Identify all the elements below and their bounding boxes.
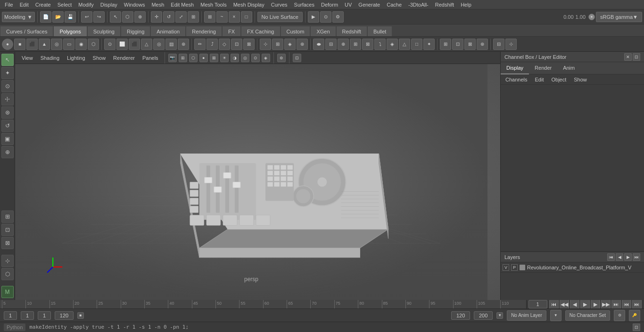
lighting-menu[interactable]: Lighting: [64, 54, 88, 62]
target-weld-button[interactable]: ◈: [284, 39, 296, 50]
select-mode-button[interactable]: ↖: [1, 54, 14, 66]
poly-cube2-button[interactable]: ⬜: [116, 39, 128, 50]
connect-button[interactable]: ⊞: [272, 39, 283, 50]
cb-show-menu[interactable]: Show: [571, 76, 590, 83]
multicut-button[interactable]: ⊹: [260, 39, 271, 50]
open-file-button[interactable]: 📂: [52, 11, 64, 23]
lattice-button[interactable]: ⊠: [1, 237, 14, 249]
snap-point-button[interactable]: ×: [229, 11, 240, 23]
uvunfold-button[interactable]: ⊛: [477, 39, 488, 50]
tl-next-button[interactable]: ▶▶: [601, 300, 611, 308]
vp-texture-button[interactable]: ⊠: [210, 54, 218, 62]
menu-mesh-display[interactable]: Mesh Display: [231, 1, 267, 8]
grab-button[interactable]: ☩: [1, 93, 14, 105]
menu-edit[interactable]: Edit: [17, 1, 32, 8]
cb-tab-anim[interactable]: Anim: [557, 62, 580, 74]
layer-visibility-button[interactable]: V: [503, 264, 509, 271]
poly-plane2-button[interactable]: ▤: [165, 39, 177, 50]
layer-prev-button[interactable]: ◀: [616, 253, 623, 261]
redo-button[interactable]: ↪: [93, 11, 105, 23]
tl-end-button[interactable]: ⏭: [632, 300, 642, 308]
vp-aa-button[interactable]: ◈: [262, 54, 270, 62]
tl-next-next-button[interactable]: ⏭: [611, 300, 621, 308]
tab-bullet[interactable]: Bullet: [367, 26, 393, 36]
view-menu[interactable]: View: [19, 54, 36, 62]
menu-uv[interactable]: UV: [342, 1, 355, 8]
undo-button[interactable]: ↩: [81, 11, 92, 23]
playback-end-field[interactable]: 200: [474, 311, 493, 320]
uv-left-button[interactable]: ⊹: [1, 255, 14, 267]
menu-mesh[interactable]: Mesh: [149, 1, 167, 8]
poly-disc2-button[interactable]: ⊛: [178, 39, 189, 50]
rotate-left-button[interactable]: ↺: [1, 120, 14, 132]
cb-channels-menu[interactable]: Channels: [503, 76, 530, 83]
tab-custom[interactable]: Custom: [281, 26, 311, 36]
sphere-button[interactable]: ●: [2, 39, 13, 50]
separate-button[interactable]: ⊠: [362, 39, 373, 50]
pencil-button[interactable]: ✏: [194, 39, 206, 50]
tab-sculpting[interactable]: Sculpting: [87, 26, 121, 36]
vp-wireframe-button[interactable]: ⬡: [189, 54, 198, 62]
tab-fx-caching[interactable]: FX Caching: [241, 26, 280, 36]
timeline-ruler[interactable]: 5 10 15 20 25 30 35 40 45 50 55 60 65 70…: [0, 300, 644, 308]
start-frame-field[interactable]: 1: [4, 311, 17, 320]
uvset-button[interactable]: ⊡: [452, 39, 463, 50]
menu-surfaces[interactable]: Surfaces: [291, 1, 317, 8]
poly-cone2-button[interactable]: △: [141, 39, 152, 50]
smooth-button[interactable]: ⬬: [313, 39, 324, 50]
tab-curves-surfaces[interactable]: Curves / Surfaces: [0, 26, 53, 36]
shading-menu[interactable]: Shading: [38, 54, 62, 62]
snap-surface-button[interactable]: □: [241, 11, 252, 23]
ipr-button[interactable]: ⊙: [320, 11, 331, 23]
menu-help[interactable]: Help: [458, 1, 474, 8]
menu-mesh-tools[interactable]: Mesh Tools: [198, 1, 229, 8]
disc-button[interactable]: ◉: [75, 39, 87, 50]
menu-3dtall[interactable]: -3DtoAll-: [405, 1, 431, 8]
tl-forward-button[interactable]: ▶: [591, 300, 600, 308]
char-set-settings-button[interactable]: ⚙: [614, 310, 625, 321]
menu-select[interactable]: Select: [55, 1, 75, 8]
cb-tab-render[interactable]: Render: [529, 62, 557, 74]
poly-torus2-button[interactable]: ◎: [153, 39, 165, 50]
save-file-button[interactable]: 💾: [65, 11, 76, 23]
start-frame2-field[interactable]: 1: [21, 311, 34, 320]
select-tool-button[interactable]: ↖: [110, 11, 121, 23]
sculpt-button[interactable]: ⊙: [1, 80, 14, 92]
char-set-key-button[interactable]: 🔑: [629, 310, 640, 321]
extrude-button[interactable]: ⤴: [206, 39, 218, 50]
menu-deform[interactable]: Deform: [318, 1, 341, 8]
end-frame-field[interactable]: 120: [55, 311, 74, 320]
cylinder-button[interactable]: ⬛: [26, 39, 38, 50]
paint-button[interactable]: ✦: [1, 67, 14, 79]
char-set-button[interactable]: No Character Set: [565, 310, 610, 321]
menu-windows[interactable]: Windows: [121, 1, 148, 8]
vp-ao-button[interactable]: ◎: [241, 54, 249, 62]
frame-display-field[interactable]: 1: [38, 311, 51, 320]
render-button[interactable]: ▶: [308, 11, 319, 23]
menu-redshift[interactable]: Redshift: [432, 1, 457, 8]
menu-modify[interactable]: Modify: [75, 1, 96, 8]
cb-object-menu[interactable]: Object: [548, 76, 569, 83]
current-frame-input[interactable]: 1: [528, 300, 547, 308]
vp-grid-button[interactable]: ⊞: [179, 54, 187, 62]
layer-color-swatch[interactable]: [520, 265, 525, 270]
playback-start-field[interactable]: 120: [451, 311, 470, 320]
anim-layer-chevron[interactable]: ▼: [550, 310, 561, 321]
workspace-dropdown[interactable]: Modeling ▼: [2, 12, 35, 22]
menu-cache[interactable]: Cache: [384, 1, 405, 8]
layer-next-button[interactable]: ▶: [624, 253, 632, 261]
menu-curves[interactable]: Curves: [268, 1, 290, 8]
renderer-menu[interactable]: Renderer: [110, 54, 138, 62]
bevel-button[interactable]: ◇: [219, 39, 230, 50]
poly-cyl2-button[interactable]: ⬛: [129, 39, 140, 50]
snap-curve-button[interactable]: ~: [216, 11, 228, 23]
snap-grid-button[interactable]: ⊞: [204, 11, 215, 23]
menu-edit-mesh[interactable]: Edit Mesh: [168, 1, 197, 8]
colorspace-indicator[interactable]: ●: [588, 14, 595, 20]
boolean-button[interactable]: ⊕: [338, 39, 349, 50]
tl-loop-button[interactable]: ⏮: [622, 300, 631, 308]
platonic-button[interactable]: ⬡: [88, 39, 99, 50]
vp-hud-button[interactable]: ⊡: [293, 54, 301, 62]
show-menu[interactable]: Show: [90, 54, 109, 62]
live-surface-button[interactable]: No Live Surface: [257, 12, 303, 22]
